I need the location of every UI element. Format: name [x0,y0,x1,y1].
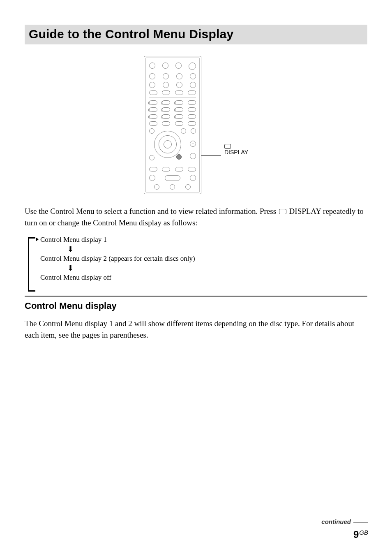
display-cycle-diagram: Control Menu display 1 ⬇ Control Menu di… [28,236,367,282]
section-rule [25,296,367,297]
section-heading: Control Menu display [25,301,367,311]
display-button-highlight [176,154,182,160]
down-arrow-icon: ⬇ [67,264,367,272]
section-paragraph: The Control Menu display 1 and 2 will sh… [25,318,367,341]
page-title-band: Guide to the Control Menu Display [25,25,367,44]
down-arrow-icon: ⬇ [67,246,367,253]
cycle-line-1: Control Menu display 1 [40,236,367,244]
display-icon [224,144,231,149]
cycle-loop-arrow-icon [28,237,35,292]
remote-illustration: + − DISPLAY [25,56,367,194]
cycle-line-3: Control Menu display off [40,273,367,282]
page-title: Guide to the Control Menu Display [29,27,363,41]
display-callout-label: DISPLAY [224,149,248,155]
display-icon [279,209,286,214]
cycle-line-2: Control Menu display 2 (appears for cert… [40,255,367,263]
page-number: 9GB [321,529,368,540]
remote-body: + − [144,56,201,194]
volume-plus-icon: + [190,141,196,147]
display-callout: DISPLAY [201,56,248,156]
intro-paragraph: Use the Control Menu to select a functio… [25,206,367,228]
continued-label: continued [321,518,368,526]
volume-minus-icon: − [190,153,196,159]
